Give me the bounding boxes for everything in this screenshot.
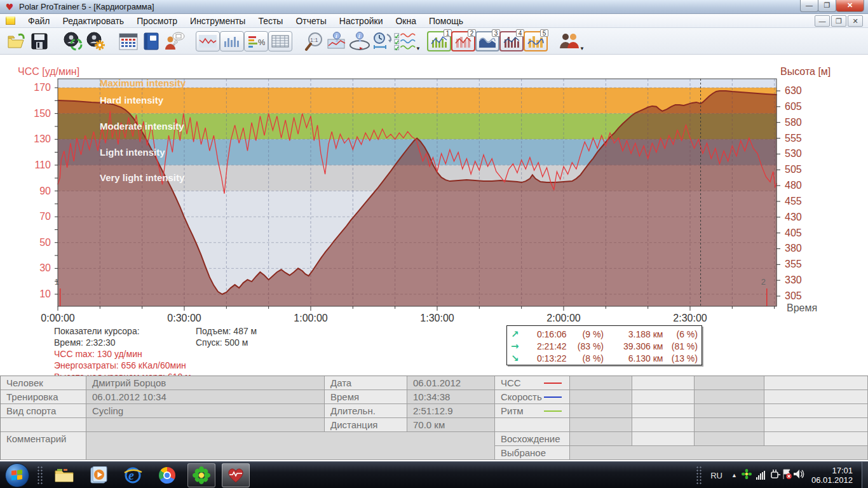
zoom-1to1-icon: 1:1 [304, 32, 324, 51]
menu-3[interactable]: Инструменты [184, 14, 252, 28]
dropdown-caret-icon: ▼ [416, 46, 421, 51]
calendar-button[interactable]: " [117, 30, 140, 53]
child-minimize-button[interactable]: — [815, 15, 830, 27]
alt-tick-label: 380 [785, 243, 802, 254]
curves-select-button[interactable]: ▼ [394, 30, 417, 53]
media-player-taskbar-icon[interactable] [85, 463, 112, 487]
compare-persons-button[interactable]: ▼ [558, 30, 581, 53]
summary-cell-r2c4: Ритм [495, 404, 570, 418]
show-hidden-icons-button[interactable]: ▲ [731, 472, 737, 478]
ie-taskbar-icon[interactable]: e [119, 463, 147, 487]
cursor-energy: Энергозатраты: 656 кКал/60мин [54, 360, 191, 371]
bar-chart-view-button[interactable] [220, 31, 244, 51]
time-axis-title: Время [787, 302, 817, 314]
child-window-icon[interactable] [6, 17, 15, 25]
child-restore-button[interactable]: ❐ [831, 15, 846, 27]
menu-5[interactable]: Отчеты [289, 14, 332, 28]
summary-cell-r4c0: Комментарий [1, 432, 86, 460]
summary-cell-r1c4: Скорость [495, 390, 570, 404]
menu-8[interactable]: Помощь [423, 14, 470, 28]
alt-tick-label: 580 [785, 117, 802, 128]
hr-tick-label: 170 [34, 82, 51, 93]
bar-chart-view-icon [223, 35, 241, 48]
menu-7[interactable]: Окна [389, 14, 423, 28]
zone-label-3: Light intensity [100, 147, 165, 158]
language-indicator[interactable]: RU [710, 471, 722, 480]
segment-row-flat: → 2:21:42 (83 %) 39.306 км (81 %) [511, 340, 698, 352]
segment-time: 0:16:06 [527, 329, 566, 339]
hr-tick-label: 90 [39, 186, 51, 196]
device-settings-icon [85, 32, 105, 51]
curve-view-button[interactable] [196, 31, 220, 51]
diary-button[interactable] [140, 30, 163, 53]
lap-info-button[interactable]: i [348, 30, 371, 53]
menu-4[interactable]: Тесты [252, 14, 289, 28]
tray-clock[interactable]: 17:01 06.01.2012 [811, 466, 853, 485]
power-plug-icon[interactable] [770, 468, 781, 482]
chart-plot[interactable]: 12Maximum intensityHard intensityModerat… [0, 55, 868, 322]
legend-dash-icon [544, 410, 562, 412]
lap-label-1: 1 [55, 277, 59, 287]
summary-cell-r4c7 [695, 432, 764, 446]
volume-icon[interactable] [792, 468, 805, 482]
device-settings-button[interactable] [84, 30, 107, 53]
hr-tick-label: 50 [39, 237, 51, 248]
save-button[interactable] [28, 30, 51, 53]
view-5-badge: 5 [540, 29, 548, 37]
restore-button[interactable]: ❐ [818, 0, 836, 12]
show-desktop-button[interactable] [862, 462, 868, 488]
time-tick-label: 1:00:00 [294, 313, 327, 322]
summary-cell-r0c3: 06.01.2012 [407, 376, 495, 390]
svg-text:%: % [258, 37, 265, 47]
action-center-flag-icon[interactable] [781, 468, 792, 482]
close-button[interactable]: ✕ [836, 0, 864, 12]
explorer-taskbar-icon[interactable] [50, 463, 78, 487]
minimize-button[interactable]: — [800, 0, 818, 12]
alt-tick-label: 305 [785, 290, 802, 301]
summary-table: ЧеловекДмитрий БорцовДата06.01.2012ЧССТр… [0, 376, 868, 460]
summary-cell-r1c7 [695, 390, 764, 404]
open-button[interactable] [5, 30, 28, 53]
alt-tick-label: 430 [785, 212, 802, 222]
alt-tick-label: 330 [785, 274, 802, 285]
menu-6[interactable]: Настройки [333, 14, 390, 28]
transfer-button[interactable] [61, 30, 84, 53]
icq-taskbar-icon[interactable] [187, 463, 215, 487]
summary-cell-r1c5 [570, 390, 632, 404]
menu-0[interactable]: Файл [22, 14, 56, 28]
segment-time: 2:21:42 [527, 341, 566, 351]
segment-row-down: ↘ 0:13:22 (8 %) 6.130 км (13 %) [511, 352, 698, 364]
start-button[interactable] [5, 463, 29, 487]
open-icon [7, 33, 26, 50]
view-4-button[interactable]: 4 [499, 31, 524, 51]
time-scale-button[interactable] [371, 30, 394, 53]
menu-2[interactable]: Просмотр [130, 14, 184, 28]
polar-taskbar-icon[interactable] [222, 463, 250, 487]
child-close-button[interactable]: ✕ [848, 15, 863, 27]
person-info-button[interactable] [163, 30, 186, 53]
zone-percent-view-button[interactable]: % [244, 31, 268, 51]
lap-info-icon: i [349, 32, 370, 51]
save-icon [31, 33, 48, 50]
desktop: ♥ Polar ProTrainer 5 - [Кардиограмма] — … [0, 0, 868, 488]
time-tick-label: 0:30:00 [167, 313, 201, 322]
data-grid-view-button[interactable] [268, 31, 292, 51]
summary-cell-r0c6 [632, 376, 695, 390]
summary-cell-r3c7 [695, 418, 764, 432]
view-2-button[interactable]: 2 [451, 31, 475, 51]
segment-dist-pct: (81 %) [663, 341, 698, 351]
time-scale-icon [372, 32, 393, 51]
view-3-button[interactable]: 3 [475, 31, 499, 51]
view-1-button[interactable]: 1 [427, 31, 451, 51]
network-signal-icon[interactable] [756, 471, 765, 480]
view-5-button[interactable]: 5 [524, 31, 548, 51]
menu-1[interactable]: Редактировать [56, 14, 130, 28]
up-right-arrow-icon: ↗ [511, 329, 527, 340]
icq-tray-icon[interactable] [742, 469, 752, 482]
alt-tick-label: 355 [785, 259, 802, 269]
chart-info-button[interactable]: i [325, 30, 348, 53]
chrome-taskbar-icon[interactable] [153, 463, 181, 487]
summary-cell-r4c8 [764, 432, 868, 446]
calendar-icon: " [119, 32, 138, 50]
zoom-1to1-button[interactable]: 1:1 [302, 30, 325, 53]
